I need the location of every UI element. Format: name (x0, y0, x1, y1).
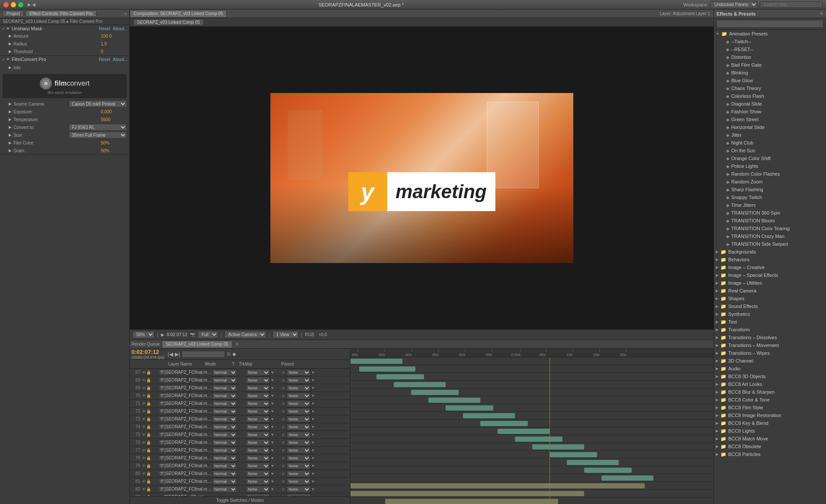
layer-lock-icon[interactable]: 🔒 (146, 448, 151, 453)
trikmat-select[interactable]: None (246, 447, 270, 454)
layer-lock-icon[interactable]: 🔒 (146, 433, 151, 437)
layer-visibility-icon[interactable]: 👁 (142, 409, 146, 414)
timeline-bar[interactable] (428, 398, 480, 403)
ep-folder-header[interactable]: ▶ 📁 BCC8 Lights (714, 427, 826, 435)
bar-row[interactable] (350, 412, 714, 420)
layer-lock-icon[interactable]: 🔒 (146, 479, 151, 484)
search-help-input[interactable] (760, 1, 823, 8)
layer-visibility-icon[interactable]: 👁 (142, 487, 146, 491)
ep-item[interactable]: ◆ --Twitch-- (714, 38, 826, 45)
effects-presets-close-icon[interactable]: ✕ (820, 11, 823, 16)
ep-folder-header[interactable]: ▶ 📁 Transitions – Dissolves (714, 334, 826, 341)
parent-select[interactable]: None (286, 377, 311, 384)
layer-visibility-icon[interactable]: 👁 (142, 472, 146, 476)
preview-view-select[interactable]: 1 View (273, 331, 299, 338)
ep-folder-header[interactable]: ▶ 📁 Transitions – Wipes (714, 349, 826, 357)
timeline-bar[interactable] (385, 499, 558, 504)
layer-lock-icon[interactable]: 🔒 (146, 464, 151, 468)
table-row[interactable]: 79 👁 🔒 🎬 [SEORAPZ_FCfinal.mov] Normal No… (130, 462, 350, 470)
prop-value-grain[interactable]: 50% (101, 148, 127, 153)
mode-select[interactable]: Normal (212, 447, 237, 454)
layer-lock-icon[interactable]: 🔒 (146, 378, 151, 382)
bar-row[interactable] (350, 451, 714, 459)
layer-visibility-icon[interactable]: 👁 (142, 479, 146, 484)
parent-select[interactable]: None (286, 470, 311, 477)
tl-search-input[interactable] (182, 351, 225, 358)
ep-folder-header[interactable]: ▶ 📁 BCC8 Obsolete (714, 443, 826, 450)
ep-item[interactable]: ◆ Random Color Flashes (714, 170, 826, 178)
ep-folder-header[interactable]: ▶ 📁 Image – Creative (714, 263, 826, 271)
layer-lock-icon[interactable]: 🔒 (146, 409, 151, 414)
timeline-bar[interactable] (480, 421, 528, 426)
timeline-bar[interactable] (350, 483, 645, 488)
mode-select[interactable]: Normal (212, 408, 237, 415)
parent-select[interactable]: None (286, 369, 311, 376)
trikmat-select[interactable]: None (246, 400, 270, 407)
bar-row[interactable] (350, 427, 714, 435)
ep-folder-header[interactable]: ▶ 📁 Transform (714, 326, 826, 334)
parent-select[interactable]: None (286, 447, 311, 454)
bar-row[interactable] (350, 396, 714, 404)
trikmat-select[interactable]: None (246, 470, 270, 477)
bar-row[interactable] (350, 404, 714, 412)
ep-folder-header[interactable]: ▶ 📁 BCC8 Particles (714, 450, 826, 458)
ep-folder-header[interactable]: ▶ 📁 Real Camera (714, 287, 826, 295)
trikmat-select[interactable]: None (246, 486, 270, 493)
layer-visibility-icon[interactable]: 👁 (142, 370, 146, 375)
parent-select[interactable]: None (286, 486, 311, 493)
ep-item[interactable]: ◆ TRANSITION Side Swiped (714, 240, 826, 248)
ep-item[interactable]: ◆ Blinking (714, 69, 826, 77)
parent-select[interactable]: None (286, 392, 311, 399)
prop-value-exposure[interactable]: 0.000 (101, 109, 127, 114)
timeline-bar[interactable] (446, 405, 493, 411)
preview-snapshot-icon[interactable]: 📷 (190, 332, 195, 337)
mode-select[interactable]: Normal (212, 478, 237, 485)
tl-timecode[interactable]: 0:02:07:12 (132, 349, 164, 355)
timeline-bar[interactable] (584, 468, 632, 473)
ep-item[interactable]: ◆ Green Street (714, 116, 826, 123)
mode-select[interactable]: Normal (212, 424, 237, 430)
reset-unsharp-button[interactable]: Reset (99, 26, 110, 31)
tl-solo-button[interactable]: ⊙ (227, 351, 231, 357)
tl-marker-button[interactable]: ◆ (232, 351, 236, 357)
timeline-bar[interactable] (350, 491, 584, 496)
ep-item[interactable]: ◆ Random Zoom (714, 178, 826, 186)
bar-row[interactable] (350, 498, 714, 504)
ep-item[interactable]: ◆ Sharp Flashing (714, 186, 826, 193)
bar-row[interactable] (350, 381, 714, 388)
fullscreen-button[interactable] (18, 2, 23, 7)
layer-visibility-icon[interactable]: 👁 (142, 448, 146, 453)
timeline-bar[interactable] (350, 359, 402, 364)
parent-select[interactable]: None (286, 400, 311, 407)
bar-row[interactable] (350, 466, 714, 474)
parent-select[interactable]: None (286, 424, 311, 430)
minimize-button[interactable] (11, 2, 16, 7)
ep-item[interactable]: ◆ Time Jitters (714, 201, 826, 209)
ep-folder-header[interactable]: ▶ 📁 BCC8 Art Looks (714, 380, 826, 388)
ep-folder-header[interactable]: ▶ 📁 BCC8 Image Restoration (714, 411, 826, 419)
layer-lock-icon[interactable]: 🔒 (146, 487, 151, 491)
tab-project[interactable]: Project (3, 10, 24, 17)
ep-folder-header[interactable]: ▶ 📁 BCC8 Film Style (714, 404, 826, 411)
timeline-bar[interactable] (411, 390, 459, 395)
bar-row[interactable] (350, 357, 714, 365)
timeline-bar[interactable] (515, 437, 562, 442)
preview-quality-select[interactable]: Full (198, 331, 218, 338)
table-row[interactable]: 77 👁 🔒 🎬 [SEORAPZ_FCfinal.mov] Normal No… (130, 446, 350, 454)
render-queue-tab[interactable]: Render Queue (132, 342, 160, 347)
timeline-bar[interactable] (567, 460, 619, 465)
parent-select[interactable]: None (286, 385, 311, 392)
ep-item[interactable]: ◆ Diagonal Slide (714, 100, 826, 108)
preview-camera-select[interactable]: Active Camera (225, 331, 266, 338)
mode-select[interactable]: Normal (212, 470, 237, 477)
mode-select[interactable]: Normal (212, 400, 237, 407)
trikmat-select[interactable]: None (246, 478, 270, 485)
ep-folder-header[interactable]: ▶ 📁 BCC8 3D Objects (714, 372, 826, 380)
mode-select[interactable]: Normal (212, 431, 237, 438)
table-row[interactable]: 70 👁 🔒 🎬 [SEORAPZ_FCfinal.mov] Normal No… (130, 392, 350, 400)
bar-row[interactable] (350, 482, 714, 490)
toggle-switches-modes-button[interactable]: Toggle Switches / Modes (130, 496, 350, 504)
ep-item[interactable]: ◆ Blue Glow (714, 77, 826, 84)
ep-folder-header[interactable]: ▶ 📁 Image – Utilities (714, 279, 826, 287)
table-row[interactable]: 72 👁 🔒 🎬 [SEORAPZ_FCfinal.mov] Normal No… (130, 408, 350, 415)
